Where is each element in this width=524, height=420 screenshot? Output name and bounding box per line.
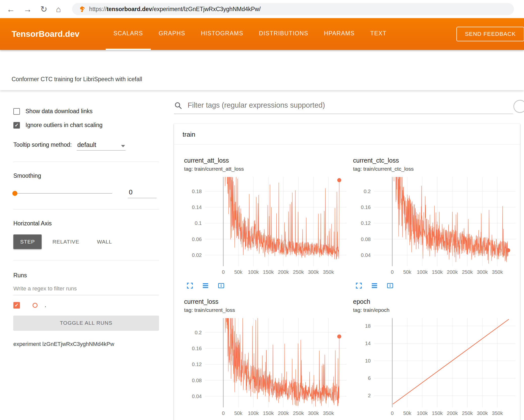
line-chart[interactable]: 0.040.080.120.160.2050k100k150k200k250k3… [184, 317, 351, 418]
data-table-icon[interactable] [202, 282, 209, 289]
svg-text:100k: 100k [248, 410, 259, 416]
experiment-title-bar: Conformer CTC training for LibriSpeech w… [0, 50, 524, 90]
svg-text:250k: 250k [293, 269, 304, 275]
chart-title: current_loss [184, 298, 351, 305]
tab-scalars[interactable]: SCALARS [106, 18, 151, 50]
svg-text:0.14: 0.14 [192, 204, 202, 210]
tooltip-sorting-row: Tooltip sorting method: default [13, 141, 159, 151]
line-chart[interactable]: 0.020.060.10.140.18050k100k150k200k250k3… [184, 175, 351, 277]
smoothing-slider-row: 0 [13, 188, 159, 198]
fullscreen-icon[interactable] [186, 282, 194, 289]
svg-text:10: 10 [365, 358, 371, 364]
svg-text:0: 0 [222, 410, 225, 416]
url-text: https://tensorboard.dev/experiment/lzGnE… [89, 6, 261, 13]
svg-text:200k: 200k [278, 410, 289, 416]
nav-tabs: SCALARS GRAPHS HISTOGRAMS DISTRIBUTIONS … [106, 18, 394, 50]
url-path: /experiment/lzGnETjwRxC3yghNMd4kPw/ [152, 6, 261, 12]
runs-filter-input[interactable] [13, 285, 159, 295]
tab-text[interactable]: TEXT [363, 18, 394, 50]
train-section-card: train current_att_loss tag: train/curren… [174, 124, 520, 420]
run-row: . [13, 302, 159, 309]
tab-distributions[interactable]: DISTRIBUTIONS [251, 18, 316, 50]
tab-hparams[interactable]: HPARAMS [316, 18, 363, 50]
line-chart[interactable]: 0.040.080.120.160.2050k100k150k200k250k3… [353, 175, 519, 277]
svg-text:50k: 50k [234, 410, 243, 416]
app-header: TensorBoard.dev SCALARS GRAPHS HISTOGRAM… [0, 18, 524, 50]
divider [13, 260, 159, 260]
svg-text:0: 0 [222, 269, 225, 275]
section-title[interactable]: train [174, 124, 520, 145]
svg-text:0.04: 0.04 [361, 252, 371, 258]
address-bar[interactable]: https://tensorboard.dev/experiment/lzGnE… [72, 3, 514, 15]
tooltip-sorting-dropdown[interactable]: default [77, 141, 126, 151]
axis-relative-button[interactable]: RELATIVE [46, 234, 86, 249]
svg-text:350k: 350k [323, 410, 334, 416]
chart-toolbar [184, 282, 351, 289]
chart-tag: tag: train/current_loss [184, 307, 351, 313]
app-logo[interactable]: TensorBoard.dev [12, 29, 79, 39]
chevron-down-icon [121, 145, 125, 147]
charts-grid: current_att_loss tag: train/current_att_… [174, 145, 520, 418]
svg-text:200k: 200k [447, 410, 458, 416]
svg-text:100k: 100k [417, 269, 428, 275]
back-icon[interactable]: ← [7, 5, 15, 13]
tooltip-sorting-label: Tooltip sorting method: [13, 141, 72, 151]
chart-tag: tag: train/current_ctc_loss [353, 166, 519, 172]
divider [13, 209, 159, 209]
show-download-checkbox[interactable] [13, 108, 20, 115]
ignore-outliers-label: Ignore outliers in chart scaling [25, 122, 103, 129]
svg-text:200k: 200k [447, 269, 458, 275]
chart-title: current_ctc_loss [353, 157, 519, 164]
svg-text:0.2: 0.2 [364, 189, 371, 194]
tab-histograms[interactable]: HISTOGRAMS [193, 18, 251, 50]
fit-domain-icon[interactable] [386, 282, 394, 289]
svg-text:0.2: 0.2 [195, 330, 202, 335]
fit-domain-icon[interactable] [217, 282, 225, 289]
chart-toolbar [353, 282, 519, 289]
run-checkbox[interactable] [13, 302, 20, 309]
data-table-icon[interactable] [371, 282, 378, 289]
svg-text:350k: 350k [492, 410, 503, 416]
reload-icon[interactable]: ↻ [40, 5, 47, 13]
axis-step-button[interactable]: STEP [13, 234, 42, 249]
smoothing-value-input[interactable]: 0 [128, 188, 157, 198]
run-name: . [45, 302, 46, 309]
svg-text:250k: 250k [462, 410, 473, 416]
toggle-all-runs-button[interactable]: TOGGLE ALL RUNS [13, 316, 159, 330]
smoothing-slider[interactable] [13, 193, 112, 194]
svg-text:250k: 250k [293, 410, 304, 416]
svg-text:150k: 150k [432, 269, 443, 275]
svg-text:0.06: 0.06 [192, 236, 202, 242]
smoothing-slider-thumb[interactable] [12, 191, 17, 196]
home-icon[interactable]: ⌂ [56, 5, 61, 13]
divider [13, 162, 159, 162]
tab-graphs[interactable]: GRAPHS [151, 18, 193, 50]
send-feedback-button[interactable]: SEND FEEDBACK [456, 27, 524, 41]
svg-text:50k: 50k [403, 269, 412, 275]
svg-text:14: 14 [365, 341, 371, 346]
axis-wall-button[interactable]: WALL [90, 234, 119, 249]
smoothing-section: Smoothing 0 [13, 172, 159, 198]
svg-text:300k: 300k [308, 410, 319, 416]
chart-card-epoch: epoch tag: train/epoch 26101418050k100k1… [353, 298, 519, 418]
svg-text:250k: 250k [462, 269, 473, 275]
search-icon [174, 101, 182, 109]
ignore-outliers-checkbox[interactable] [13, 122, 20, 129]
svg-text:2: 2 [368, 393, 371, 398]
tensorboard-favicon-icon [79, 6, 85, 12]
fullscreen-icon[interactable] [355, 282, 363, 289]
chart-card-current-att-loss: current_att_loss tag: train/current_att_… [184, 157, 351, 289]
svg-text:100k: 100k [417, 410, 428, 416]
svg-text:50k: 50k [403, 410, 412, 416]
chart-card-current-loss: current_loss tag: train/current_loss 0.0… [184, 298, 351, 418]
content: Show data download links Ignore outliers… [0, 90, 524, 420]
svg-text:300k: 300k [308, 269, 319, 275]
ignore-outliers-row: Ignore outliers in chart scaling [13, 122, 159, 129]
svg-text:0.08: 0.08 [361, 236, 371, 242]
svg-text:0.08: 0.08 [192, 378, 202, 383]
line-chart[interactable]: 26101418050k100k150k200k250k300k350k [353, 317, 519, 418]
forward-icon[interactable]: → [23, 5, 32, 13]
svg-text:150k: 150k [432, 410, 443, 416]
filter-tags-input[interactable] [187, 101, 513, 110]
browser-chrome: ← → ↻ ⌂ https://tensorboard.dev/experime… [0, 0, 524, 18]
